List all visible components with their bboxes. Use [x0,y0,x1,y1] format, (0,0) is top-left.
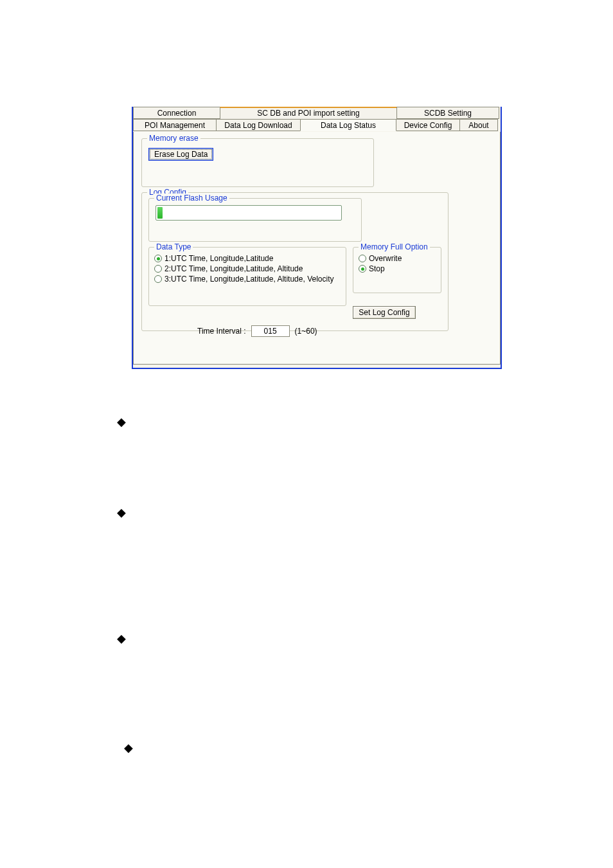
panel-data-log-status: Memory erase Erase Log Data Log Config C… [133,132,501,365]
radio-data-type-2[interactable]: 2:UTC Time, Longitude,Latitude, Altitude [154,264,341,273]
radio-overwrite[interactable]: Overwrite [359,254,436,263]
radio-label-overwrite: Overwrite [369,254,402,263]
radio-dot-icon [361,267,364,271]
flash-usage-fill [157,207,163,219]
bullet-diamond-icon: ◆ [117,505,126,520]
tab-poi-management[interactable]: POI Management [133,119,217,131]
bullet-diamond-icon: ◆ [124,741,133,755]
time-interval-range: (1~60) [295,327,317,336]
time-interval-label: Time Interval : [197,327,246,336]
radio-data-type-3[interactable]: 3:UTC Time, Longitude,Latitude, Altitude… [154,275,341,284]
flash-usage-progressbar [155,205,342,221]
radio-icon [359,255,366,262]
radio-label-1: 1:UTC Time, Longitude,Latitude [164,254,273,263]
bullet-diamond-icon: ◆ [117,631,126,646]
tab-connection[interactable]: Connection [133,107,220,119]
radio-icon [154,265,162,273]
erase-log-data-button[interactable]: Erase Log Data [148,148,213,161]
radio-dot-icon [157,257,160,260]
radio-label-2: 2:UTC Time, Longitude,Latitude, Altitude [164,264,303,273]
legend-data-type: Data Type [154,242,193,251]
time-interval-row: Time Interval : (1~60) [197,325,441,337]
group-memory-full-option: Memory Full Option Overwrite Stop [353,247,441,293]
group-memory-erase: Memory erase Erase Log Data [141,138,374,187]
settings-window: Connection SC DB and POI import setting … [132,107,502,369]
bullet-diamond-icon: ◆ [117,415,126,429]
radio-icon [154,275,162,283]
legend-memory-full: Memory Full Option [359,242,430,251]
tab-about[interactable]: About [459,119,498,131]
legend-memory-erase: Memory erase [147,134,200,143]
group-current-flash-usage: Current Flash Usage [148,198,362,242]
tab-device-config[interactable]: Device Config [396,119,460,131]
radio-stop[interactable]: Stop [359,264,436,273]
tab-sc-db-poi-import[interactable]: SC DB and POI import setting [220,107,397,120]
tab-row-top: Connection SC DB and POI import setting … [133,107,501,120]
tab-data-log-status[interactable]: Data Log Status [300,119,396,131]
radio-data-type-1[interactable]: 1:UTC Time, Longitude,Latitude [154,254,341,263]
radio-icon [359,265,366,273]
tab-data-log-download[interactable]: Data Log Download [216,119,301,131]
legend-flash-usage: Current Flash Usage [154,194,229,203]
radio-icon [154,255,162,262]
radio-label-3: 3:UTC Time, Longitude,Latitude, Altitude… [164,275,333,284]
group-log-config: Log Config Current Flash Usage Data Type… [141,192,449,331]
set-log-config-button[interactable]: Set Log Config [353,306,416,319]
radio-label-stop: Stop [369,264,385,273]
tab-scdb-setting[interactable]: SCDB Setting [396,107,499,119]
tab-row-bottom: POI Management Data Log Download Data Lo… [133,119,501,132]
group-data-type: Data Type 1:UTC Time, Longitude,Latitude… [148,247,346,306]
time-interval-input[interactable] [251,325,290,337]
